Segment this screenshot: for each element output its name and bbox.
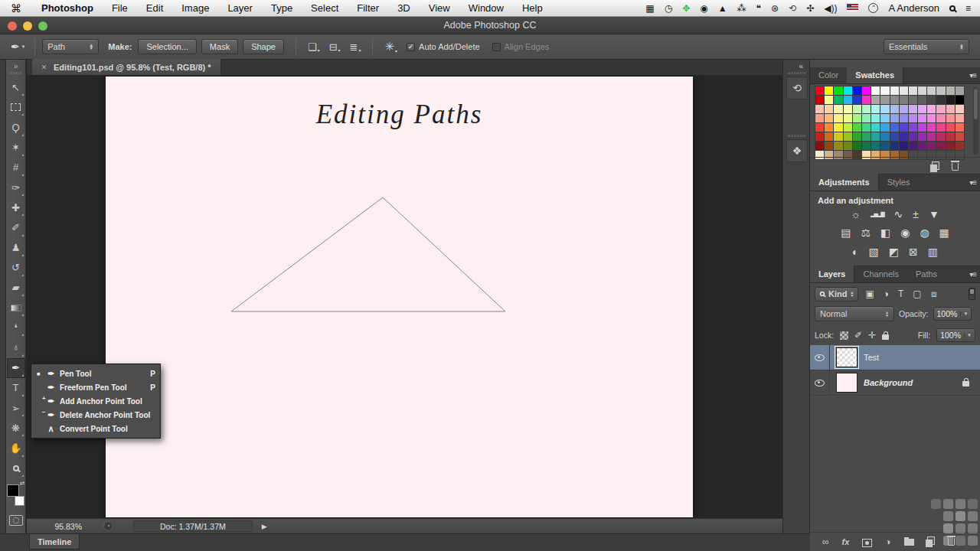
color-swatch[interactable] [936, 96, 945, 104]
notification-center-icon[interactable]: ≡ [965, 4, 971, 13]
color-swatch[interactable] [900, 142, 908, 150]
color-swatch[interactable] [880, 132, 889, 141]
selective-color-icon[interactable]: ▥ [928, 246, 938, 258]
color-swatch[interactable] [946, 105, 955, 113]
chevron-circle-icon[interactable]: ⌃ [868, 3, 878, 13]
status-dial-icon[interactable]: ◔ [103, 521, 113, 531]
layer-thumbnail[interactable] [836, 347, 858, 367]
color-swatch[interactable] [815, 96, 824, 104]
brightness-contrast-icon[interactable]: ☼ [851, 208, 861, 220]
time-machine-icon[interactable]: ⟲ [789, 4, 796, 13]
color-swatch[interactable] [844, 96, 852, 104]
color-balance-icon[interactable]: ⚖ [861, 227, 871, 239]
color-swatch[interactable] [862, 86, 871, 95]
apple-menu-icon[interactable]: ⌘ [0, 2, 32, 15]
quick-selection-tool[interactable]: ✶ [7, 138, 25, 158]
flyout-item-add-anchor-point-tool[interactable]: +✒Add Anchor Point Tool [31, 394, 160, 408]
color-swatch[interactable] [936, 142, 945, 150]
color-swatch[interactable] [871, 132, 880, 141]
color-swatch[interactable] [909, 86, 917, 95]
color-swatch[interactable] [844, 114, 852, 122]
color-lookup-icon[interactable]: ▦ [939, 227, 949, 239]
path-selection-tool[interactable]: ➢ [7, 398, 25, 418]
user-menu[interactable]: A Anderson [888, 2, 939, 14]
menu-item-file[interactable]: File [103, 2, 137, 14]
color-swatch[interactable] [815, 142, 824, 150]
swatch-scrollbar[interactable] [973, 87, 978, 155]
color-swatch[interactable] [853, 114, 861, 122]
color-swatch[interactable] [927, 96, 936, 104]
color-swatch[interactable] [825, 114, 833, 122]
layer-visibility-toggle[interactable] [810, 345, 830, 370]
color-swatch[interactable] [918, 105, 926, 113]
menu-item-image[interactable]: Image [172, 2, 218, 14]
color-swatch[interactable] [880, 123, 889, 132]
document-canvas[interactable]: Editing Paths [106, 77, 693, 517]
color-swatch[interactable] [844, 142, 852, 150]
rectangular-marquee-tool[interactable] [7, 97, 25, 117]
channel-mixer-icon[interactable]: ◍ [920, 227, 929, 239]
blend-mode-select[interactable]: Normal ▲▼ [815, 306, 894, 321]
type-tool[interactable]: T [7, 378, 25, 398]
make-mask-button[interactable]: Mask [201, 39, 238, 54]
blur-tool[interactable]: ❛ [7, 318, 25, 337]
move-tool[interactable]: ↖ [7, 77, 25, 97]
hue-saturation-icon[interactable]: ▤ [841, 227, 851, 239]
properties-panel-icon[interactable]: ❖ [786, 139, 808, 162]
panel-menu-icon[interactable]: ▾≡ [969, 71, 976, 80]
close-tab-icon[interactable]: × [41, 62, 47, 73]
color-swatch[interactable] [956, 114, 964, 122]
color-swatch[interactable] [909, 105, 917, 113]
filter-adjustment-icon[interactable]: ◑ [884, 289, 889, 299]
color-swatch[interactable] [825, 142, 833, 150]
color-swatch[interactable] [853, 132, 861, 141]
color-swatch[interactable] [956, 105, 964, 113]
posterize-icon[interactable]: ▧ [869, 246, 879, 258]
stopwatch-icon[interactable]: ◷ [665, 4, 672, 13]
filter-smart-object-icon[interactable]: ⧈ [931, 289, 937, 299]
tool-preset-picker[interactable]: ✒ ▾ [8, 39, 28, 54]
opacity-field[interactable]: 100% ▼ [933, 307, 972, 321]
menu-item-select[interactable]: Select [302, 2, 348, 14]
color-swatch[interactable] [844, 86, 852, 95]
color-swatch[interactable] [890, 123, 899, 132]
color-swatch[interactable] [936, 86, 945, 95]
color-swatch[interactable] [927, 114, 936, 122]
color-swatch[interactable] [871, 123, 880, 132]
color-swatch[interactable] [946, 114, 955, 122]
swap-colors-icon[interactable]: ⇄ [20, 480, 25, 487]
foreground-color-swatch[interactable] [7, 484, 19, 497]
keyboard-flag-icon[interactable] [847, 4, 858, 13]
volume-icon[interactable]: ◀)) [824, 4, 837, 13]
colors-tab-color[interactable]: Color [810, 67, 847, 83]
color-swatch[interactable] [890, 142, 899, 150]
color-swatch[interactable] [956, 132, 964, 141]
color-swatch[interactable] [918, 96, 926, 104]
color-swatch[interactable] [853, 123, 861, 132]
color-swatch[interactable] [927, 86, 936, 95]
lock-position-icon[interactable]: ✛ [868, 330, 876, 341]
layer-row-background[interactable]: Background [810, 370, 980, 396]
color-swatch[interactable] [815, 123, 824, 132]
color-swatch[interactable] [844, 132, 852, 141]
menu-item-edit[interactable]: Edit [137, 2, 172, 14]
threshold-icon[interactable]: ◩ [889, 246, 899, 258]
color-swatch[interactable] [946, 142, 955, 150]
brush-tool[interactable]: ✐ [7, 217, 25, 237]
curves-icon[interactable]: ∿ [894, 208, 903, 220]
color-swatch[interactable] [853, 86, 861, 95]
auto-add-delete-checkbox[interactable]: ✓ Auto Add/Delete [407, 42, 480, 51]
layer-effects-icon[interactable]: fx [842, 537, 850, 546]
color-swatch[interactable] [890, 86, 899, 95]
color-swatch[interactable] [880, 86, 889, 95]
color-swatch[interactable] [834, 142, 842, 150]
color-swatch[interactable] [825, 86, 833, 95]
color-swatch[interactable] [834, 96, 842, 104]
color-swatch[interactable] [909, 96, 917, 104]
color-swatch[interactable] [825, 123, 833, 132]
filter-pixel-icon[interactable]: ▣ [865, 289, 874, 299]
menu-item-window[interactable]: Window [459, 2, 513, 14]
color-swatch[interactable] [815, 132, 824, 141]
background-color-swatch[interactable] [15, 496, 24, 506]
adjustment-layer-icon[interactable]: ◑ [885, 536, 890, 547]
